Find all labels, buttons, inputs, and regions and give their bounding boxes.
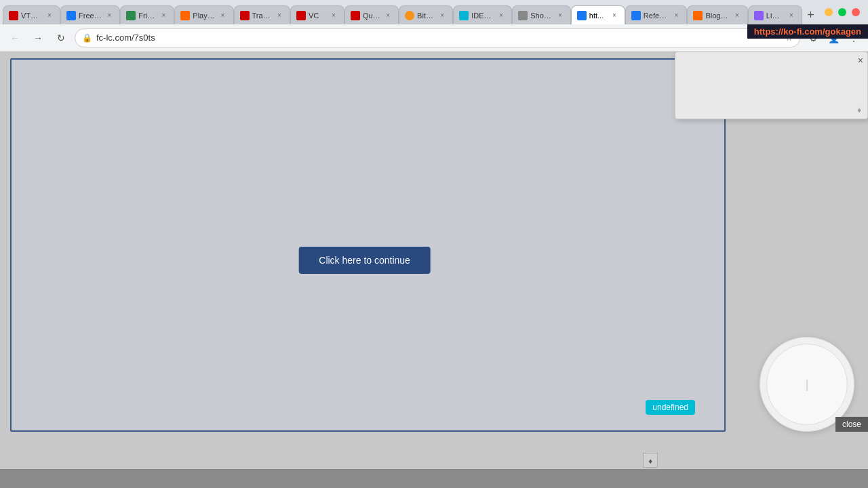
tab-favicon-5 — [240, 11, 250, 20]
circle-inner: | — [766, 344, 848, 425]
tab-title-5: Trans... — [252, 12, 273, 20]
tab-close-14[interactable]: × — [787, 11, 796, 20]
tab-title-13: Blogge... — [705, 12, 729, 20]
popup-diamond-icon: ⬧ — [856, 104, 862, 115]
tab-title-14: LiCr... — [766, 12, 784, 20]
tab-close-3[interactable]: × — [159, 11, 168, 20]
undefined-badge[interactable]: undefined — [646, 400, 695, 415]
tab-favicon-10 — [518, 11, 528, 20]
popup-widget: × ⬧ — [675, 52, 868, 119]
tab-favicon-1 — [9, 11, 18, 20]
tab-4[interactable]: Play S... × — [174, 5, 233, 24]
tab-favicon-13 — [693, 11, 703, 20]
tab-close-5[interactable]: × — [275, 11, 284, 20]
back-button[interactable]: ← — [5, 28, 24, 47]
tab-favicon-2 — [66, 11, 76, 20]
tab-bar: VTV SF × Free S... × Friday × Play S... … — [0, 0, 868, 24]
content-box — [10, 58, 726, 432]
tabs-container: VTV SF × Free S... × Friday × Play S... … — [3, 5, 819, 24]
tab-close-8[interactable]: × — [437, 11, 447, 20]
tab-2[interactable]: Free S... × — [60, 5, 120, 24]
window-controls: − + × — [819, 0, 865, 24]
new-tab-button[interactable]: + — [802, 5, 819, 24]
tab-title-10: Shortli... — [530, 12, 553, 20]
tab-13[interactable]: Blogge... × — [687, 5, 747, 24]
forward-button[interactable]: → — [28, 28, 47, 47]
tab-title-9: IDEX |... — [471, 12, 494, 20]
tab-close-12[interactable]: × — [671, 11, 681, 20]
popup-close-button[interactable]: × — [858, 55, 863, 66]
tab-title-12: Referre... — [644, 12, 669, 20]
tab-close-1[interactable]: × — [45, 11, 54, 20]
close-window-button[interactable]: × — [852, 8, 860, 16]
tab-favicon-11 — [577, 11, 587, 20]
url-text: fc-lc.com/7s0ts — [96, 33, 781, 43]
main-area: × ⬧ Click here to continue undefined | c… — [0, 52, 868, 469]
tab-title-4: Play S... — [193, 12, 215, 20]
tab-close-6[interactable]: × — [329, 11, 338, 20]
tab-9[interactable]: IDEX |... × — [453, 5, 512, 24]
tab-favicon-4 — [180, 11, 190, 20]
tab-favicon-9 — [459, 11, 469, 20]
tab-close-9[interactable]: × — [496, 11, 506, 20]
bottom-diamond-icon: ⬧ — [643, 453, 658, 468]
kofi-banner: https://ko-fi.com/gokagen — [747, 24, 868, 39]
reload-button[interactable]: ↻ — [52, 28, 71, 47]
tab-favicon-3 — [126, 11, 136, 20]
bottom-bar — [0, 469, 868, 488]
maximize-button[interactable]: + — [838, 8, 846, 16]
tab-close-7[interactable]: × — [383, 11, 393, 20]
tab-close-10[interactable]: × — [555, 11, 565, 20]
continue-button[interactable]: Click here to continue — [298, 247, 431, 274]
browser-frame: VTV SF × Free S... × Friday × Play S... … — [0, 0, 868, 488]
tab-8[interactable]: Bitcoin × — [399, 5, 453, 24]
tab-title-1: VTV SF — [21, 12, 42, 20]
circle-indicator: | — [806, 378, 809, 392]
tab-title-2: Free S... — [79, 12, 102, 20]
tab-title-3: Friday — [138, 12, 156, 20]
tab-14[interactable]: LiCr... × — [748, 5, 802, 24]
tab-favicon-7 — [351, 11, 360, 20]
tab-title-6: VC — [309, 12, 326, 20]
tab-5[interactable]: Trans... × — [234, 5, 291, 24]
tab-favicon-14 — [754, 11, 764, 20]
tab-close-4[interactable]: × — [218, 11, 228, 20]
minimize-button[interactable]: − — [825, 8, 833, 16]
tab-10[interactable]: Shortli... × — [512, 5, 571, 24]
lock-icon: 🔒 — [82, 33, 92, 43]
tab-3[interactable]: Friday × — [120, 5, 174, 24]
tab-favicon-12 — [631, 11, 641, 20]
tab-title-7: Quer... — [363, 12, 380, 20]
tab-title-8: Bitcoin — [417, 12, 435, 20]
tab-title-11: htt... — [589, 12, 607, 20]
tab-favicon-8 — [405, 11, 414, 20]
tab-close-11[interactable]: × — [610, 11, 619, 20]
toolbar: ← → ↻ 🔒 fc-lc.com/7s0ts ☆ ⚙ 👤 ⋮ — [0, 24, 868, 52]
tab-close-2[interactable]: × — [104, 11, 114, 20]
tab-6[interactable]: VC × — [290, 5, 344, 24]
tab-favicon-6 — [296, 11, 306, 20]
tab-11[interactable]: htt... × — [571, 5, 625, 24]
address-bar[interactable]: 🔒 fc-lc.com/7s0ts ☆ — [75, 28, 800, 47]
tab-7[interactable]: Quer... × — [344, 5, 399, 24]
tab-12[interactable]: Referre... × — [625, 5, 688, 24]
tab-1[interactable]: VTV SF × — [3, 5, 60, 24]
close-content-button[interactable]: close — [835, 417, 868, 432]
tab-close-13[interactable]: × — [732, 11, 742, 20]
